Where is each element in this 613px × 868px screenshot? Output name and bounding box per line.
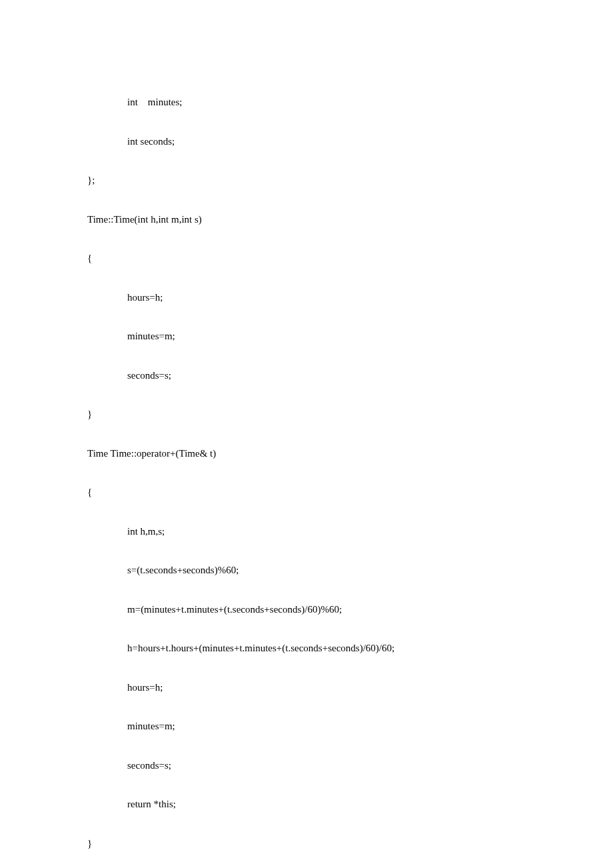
code-line: } [87,834,613,853]
code-line: return *this; [87,795,613,814]
code-line: s=(t.seconds+seconds)%60; [87,561,613,580]
code-line: hours=h; [87,678,613,697]
code-line: int seconds; [87,132,613,151]
code-line: Time Time::operator+(Time& t) [87,444,613,463]
code-line: int h,m,s; [87,522,613,541]
code-line: minutes=m; [87,327,613,346]
code-line: } [87,405,613,424]
code-line: seconds=s; [87,366,613,385]
code-line: h=hours+t.hours+(minutes+t.minutes+(t.se… [87,639,613,658]
code-line: seconds=s; [87,756,613,775]
code-document: int minutes; int seconds; }; Time::Time(… [0,0,613,868]
code-line: { [87,249,613,268]
code-line: minutes=m; [87,717,613,736]
code-line: { [87,483,613,502]
code-line: m=(minutes+t.minutes+(t.seconds+seconds)… [87,600,613,619]
code-line: Time::Time(int h,int m,int s) [87,210,613,229]
code-line: hours=h; [87,288,613,307]
code-line: int minutes; [87,93,613,112]
code-line: }; [87,171,613,190]
